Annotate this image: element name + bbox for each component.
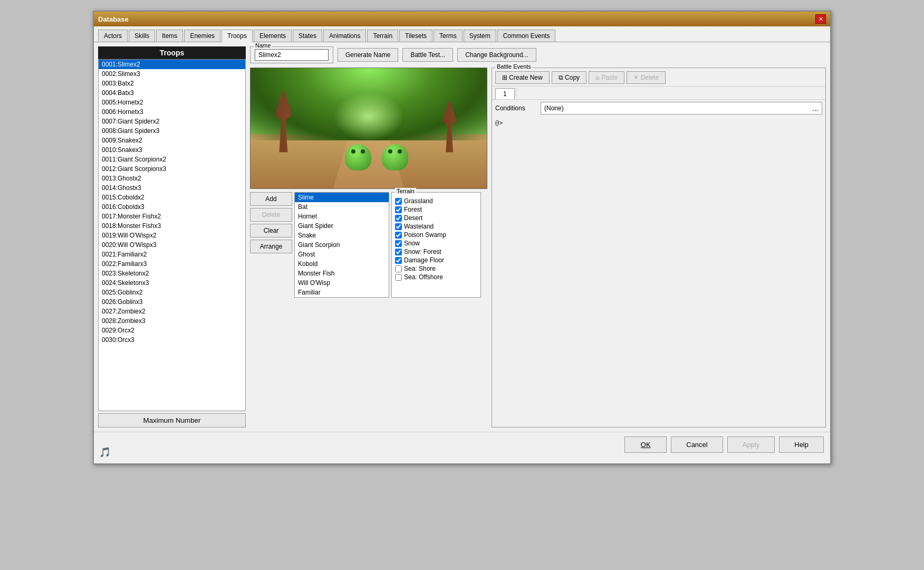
list-item[interactable]: 0018:Monster Fishx3	[99, 221, 245, 231]
list-item[interactable]: 0025:Goblinx2	[99, 288, 245, 297]
list-item[interactable]: 0026:Goblinx3	[99, 297, 245, 307]
list-item[interactable]: 0010:Snakex3	[99, 145, 245, 155]
copy-button[interactable]: ⧉ Copy	[552, 71, 586, 84]
list-item[interactable]: 0013:Ghostx2	[99, 174, 245, 183]
change-background-button[interactable]: Change Background...	[457, 48, 536, 62]
terrain-checkbox-poison-swamp[interactable]	[395, 232, 402, 239]
list-item[interactable]: 0024:Skeletonx3	[99, 278, 245, 288]
enemy-list-box[interactable]: Slime Bat Hornet Giant Spider Snake Gian…	[294, 192, 389, 298]
left-panel: Troops 0001:Slimex2 0002:Slimex3 0003:Ba…	[98, 46, 246, 428]
terrain-checkbox-wasteland[interactable]	[395, 223, 402, 230]
tab-terrain[interactable]: Terrain	[367, 30, 398, 42]
tab-states[interactable]: States	[293, 30, 322, 42]
list-item[interactable]: 0005:Hornetx2	[99, 98, 245, 107]
enemy-list-item[interactable]: Kobold	[295, 259, 389, 269]
be-tab-1[interactable]: 1	[495, 88, 515, 99]
list-item[interactable]: 0002:Slimex3	[99, 69, 245, 79]
list-item[interactable]: 0014:Ghostx3	[99, 183, 245, 193]
arrange-button[interactable]: Arrange	[250, 240, 292, 253]
enemy-list-item[interactable]: Slime	[295, 193, 389, 202]
maximum-number-button[interactable]: Maximum Number	[98, 413, 246, 428]
enemy-list-item[interactable]: Giant Spider	[295, 221, 389, 231]
create-new-button[interactable]: ⊞ Create New	[495, 71, 550, 84]
tab-system[interactable]: System	[464, 30, 496, 42]
list-item[interactable]: 0009:Snakex2	[99, 136, 245, 145]
enemy-list-item[interactable]: Giant Scorpion	[295, 240, 389, 250]
terrain-checkbox-sea-shore[interactable]	[395, 265, 402, 272]
list-item[interactable]: 0008:Giant Spiderx3	[99, 126, 245, 136]
list-item[interactable]: 0027:Zombiex2	[99, 307, 245, 316]
troops-list-container[interactable]: 0001:Slimex2 0002:Slimex3 0003:Batx2 000…	[98, 59, 246, 411]
list-item[interactable]: 0023:Skeletonx2	[99, 269, 245, 278]
bottom-bar: 🎵 OK Cancel Apply Help	[94, 432, 830, 457]
list-item[interactable]: 0006:Hornetx3	[99, 107, 245, 117]
terrain-checkbox-grassland[interactable]	[395, 198, 402, 205]
conditions-dots-button[interactable]: ...	[812, 104, 819, 112]
tab-skills[interactable]: Skills	[129, 30, 155, 42]
enemy-list-item[interactable]: Will O'Wisp	[295, 278, 389, 288]
tab-items[interactable]: Items	[156, 30, 183, 42]
tab-bar: Actors Skills Items Enemies Troops Eleme…	[94, 26, 830, 42]
enemy-list-item[interactable]: Monster Fish	[295, 269, 389, 278]
event-content-area[interactable]: @>	[492, 117, 825, 427]
list-item[interactable]: 0019:Will O'Wispx2	[99, 231, 245, 240]
list-item[interactable]: 0004:Batx3	[99, 88, 245, 98]
name-input[interactable]	[255, 49, 329, 61]
terrain-checkbox-sea-offshore[interactable]	[395, 274, 402, 281]
terrain-checkbox-damage-floor[interactable]	[395, 257, 402, 264]
clear-button[interactable]: Clear	[250, 224, 292, 238]
close-button[interactable]: ✕	[815, 14, 826, 24]
troops-list-header: Troops	[98, 46, 246, 59]
add-button[interactable]: Add	[250, 192, 292, 206]
list-item[interactable]: 0017:Monster Fishx2	[99, 212, 245, 221]
enemy-list-item[interactable]: Skeleton	[295, 297, 389, 298]
terrain-name-forest: Forest	[404, 206, 422, 213]
battle-test-button[interactable]: Battle Test...	[402, 48, 453, 62]
battle-preview-section: Add Delete Clear Arrange Slime Bat Horne…	[250, 68, 487, 428]
help-button[interactable]: Help	[779, 436, 824, 453]
list-item[interactable]: 0030:Orcx3	[99, 335, 245, 345]
list-item[interactable]: 0029:Orcx2	[99, 326, 245, 335]
enemy-list-item[interactable]: Hornet	[295, 212, 389, 221]
list-item[interactable]: 0015:Coboldx2	[99, 193, 245, 202]
cancel-button[interactable]: Cancel	[671, 436, 723, 453]
tab-enemies[interactable]: Enemies	[184, 30, 220, 42]
terrain-checkbox-snow-forest[interactable]	[395, 249, 402, 255]
list-item[interactable]: 0020:Will O'Wispx3	[99, 240, 245, 250]
enemy-list-item[interactable]: Ghost	[295, 250, 389, 259]
list-item[interactable]: 0003:Batx2	[99, 79, 245, 88]
list-item[interactable]: 0007:Giant Spiderx2	[99, 117, 245, 126]
tab-common-events[interactable]: Common Events	[497, 30, 556, 42]
tab-terms[interactable]: Terms	[434, 30, 463, 42]
list-item[interactable]: 0012:Giant Scorpionx3	[99, 164, 245, 174]
enemy-list-item[interactable]: Familiar	[295, 288, 389, 297]
tab-actors[interactable]: Actors	[98, 30, 128, 42]
enemy-list-item[interactable]: Snake	[295, 231, 389, 240]
tab-troops[interactable]: Troops	[222, 30, 253, 42]
list-item[interactable]: 0022:Familiarx3	[99, 259, 245, 269]
generate-name-button[interactable]: Generate Name	[338, 48, 398, 62]
terrain-checkbox-desert[interactable]	[395, 215, 402, 222]
name-row: Name Generate Name Battle Test... Change…	[250, 46, 826, 63]
tab-tilesets[interactable]: Tilesets	[399, 30, 432, 42]
name-group: Name	[250, 46, 333, 63]
ok-button[interactable]: OK	[624, 436, 667, 453]
paste-button[interactable]: ⧆ Paste	[589, 71, 624, 84]
title-bar: Database ✕	[94, 12, 830, 26]
list-item[interactable]: 0011:Giant Scorpionx2	[99, 155, 245, 164]
delete-button[interactable]: Delete	[250, 208, 292, 222]
terrain-item-snow: Snow	[395, 239, 477, 248]
delete-event-button[interactable]: ✕ Delete	[627, 71, 666, 84]
battle-event-tabs: 1	[492, 87, 825, 100]
enemy-list-item[interactable]: Bat	[295, 202, 389, 212]
list-item[interactable]: 0028:Zombiex3	[99, 316, 245, 326]
list-item[interactable]: 0021:Familiarx2	[99, 250, 245, 259]
terrain-checkbox-snow[interactable]	[395, 240, 402, 247]
battle-events-label: Battle Events	[495, 63, 533, 70]
tab-elements[interactable]: Elements	[254, 30, 292, 42]
list-item[interactable]: 0001:Slimex2	[99, 60, 245, 69]
list-item[interactable]: 0016:Coboldx3	[99, 202, 245, 212]
apply-button[interactable]: Apply	[727, 436, 775, 453]
tab-animations[interactable]: Animations	[323, 30, 366, 42]
terrain-checkbox-forest[interactable]	[395, 206, 402, 213]
